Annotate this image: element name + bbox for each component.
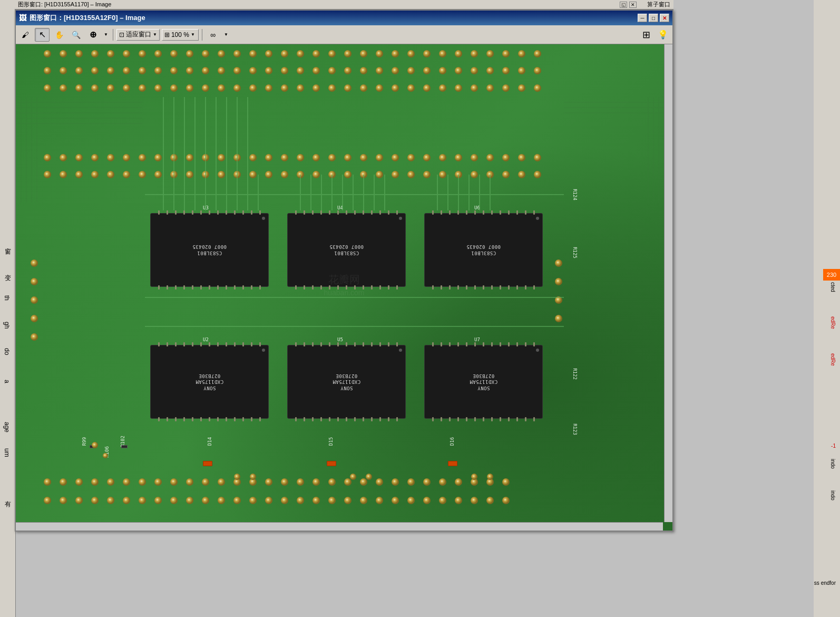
pin [491,342,493,346]
pin [516,285,518,290]
pin [192,210,193,215]
select-tool-button[interactable]: ↖ [35,28,50,42]
pin [209,342,210,346]
pin [158,210,160,215]
pin [449,342,451,346]
pin [346,342,347,346]
ic-pins-bottom-u12 [151,417,268,421]
pin [259,417,261,421]
right-text-edre2: edRe [830,353,836,366]
bulb-button[interactable]: 💡 [656,28,670,42]
right-text-cted: cted [830,282,836,292]
pin [379,210,381,215]
vertical-scrollbar[interactable] [664,44,672,522]
pin [329,210,330,215]
pin [466,342,467,346]
ic-line1-u16: CS83LB01 [466,250,501,256]
minimize-button[interactable]: ─ [638,14,647,22]
close-button[interactable]: ✕ [660,14,669,22]
smd-r99 [90,445,96,448]
pin [158,417,160,421]
ic-chip-u17: SONY CXD1175AM 027B30E [424,345,543,419]
pin [320,342,322,346]
ic-chip-u13: CS83LB01 0007 020435 [150,213,269,287]
ic-line1-u17: CXD1175AM [470,379,497,385]
pin [371,342,373,346]
pin [379,342,381,346]
pin [312,210,314,215]
zoom-dropdown-arrow-button[interactable]: ▼ [102,28,110,42]
pin [474,285,476,290]
pin [371,417,373,421]
top-maximize-button[interactable]: ✕ [629,2,637,8]
pin [320,285,322,290]
link-dropdown-button[interactable]: ▼ [222,28,230,42]
layers-button[interactable]: ⊞ [639,28,653,42]
zoom-percent-icon: ⊞ [164,31,170,38]
zoom-in-button[interactable]: ⊕ [85,28,100,42]
zoom-dropdown-arrow-icon: ▼ [104,32,108,37]
pin [329,342,330,346]
ic-line1-u13: CS83LB01 [192,250,227,256]
smd-d14 [203,461,212,466]
ic-line2-u12: 027B30E [196,372,223,379]
pin [320,417,322,421]
pin [320,210,322,215]
pin [508,210,510,215]
pin [441,417,442,421]
pin [158,342,160,346]
pin [525,285,526,290]
pin [209,285,210,290]
maximize-button[interactable]: □ [649,14,658,22]
hand-tool-button[interactable]: ✋ [52,28,66,42]
pin [363,342,364,346]
pin [396,417,398,421]
pin [508,342,510,346]
zoom-percent-arrow-icon: ▼ [191,32,195,37]
sidebar-label-age: age [3,422,11,432]
title-bar: 🖼 图形窗口：[H1D3155A12F0] – Image ─ □ ✕ [16,11,672,25]
pin [457,342,459,346]
pin [533,342,535,346]
pin [474,342,476,346]
zoom-tool-button[interactable]: 🔍 [69,28,83,42]
pin [483,342,484,346]
ic-text-u13: CS83LB01 0007 020435 [192,244,227,256]
pin [525,342,526,346]
zoom-percent-dropdown[interactable]: ⊞ 100 % ▼ [162,29,199,41]
pin [234,417,236,421]
hand-icon: ✋ [55,31,64,39]
window-icon: 🖼 [19,14,26,22]
zoom-percent-label: 100 % [171,31,189,38]
pin [175,342,177,346]
main-window: 🖼 图形窗口：[H1D3155A12F0] – Image ─ □ ✕ 🖌 ↖ … [15,9,673,532]
pin [200,210,202,215]
pin [396,210,398,215]
ic-line2-u17: 027B30E [470,372,497,379]
pin [312,285,314,290]
pin [158,285,160,290]
pin [363,210,364,215]
ic-dot-u15 [399,349,402,352]
ic-text-u17: SONY CXD1175AM 027B30E [470,372,497,391]
pin [491,210,493,215]
link-tool-button[interactable]: ∞ [206,28,220,42]
brush-tool-button[interactable]: 🖌 [18,28,33,42]
pin [192,342,193,346]
fit-window-dropdown[interactable]: ⊡ 适应窗口 ▼ [116,29,160,41]
pin [449,210,451,215]
pin [251,285,252,290]
title-bar-left: 🖼 图形窗口：[H1D3155A12F0] – Image [19,13,145,23]
top-controls[interactable]: ◱ ✕ [620,2,637,8]
restore-button[interactable]: ◱ [620,2,627,8]
ic-pins-bottom-u17 [425,417,542,421]
title-bar-buttons[interactable]: ─ □ ✕ [638,14,669,22]
horizontal-scrollbar[interactable] [16,522,663,531]
ic-pins-bottom-u15 [288,417,405,421]
pin [432,417,434,421]
pin [242,342,244,346]
pin [354,342,356,346]
pin [346,210,347,215]
pin [533,285,535,290]
pin [466,285,467,290]
